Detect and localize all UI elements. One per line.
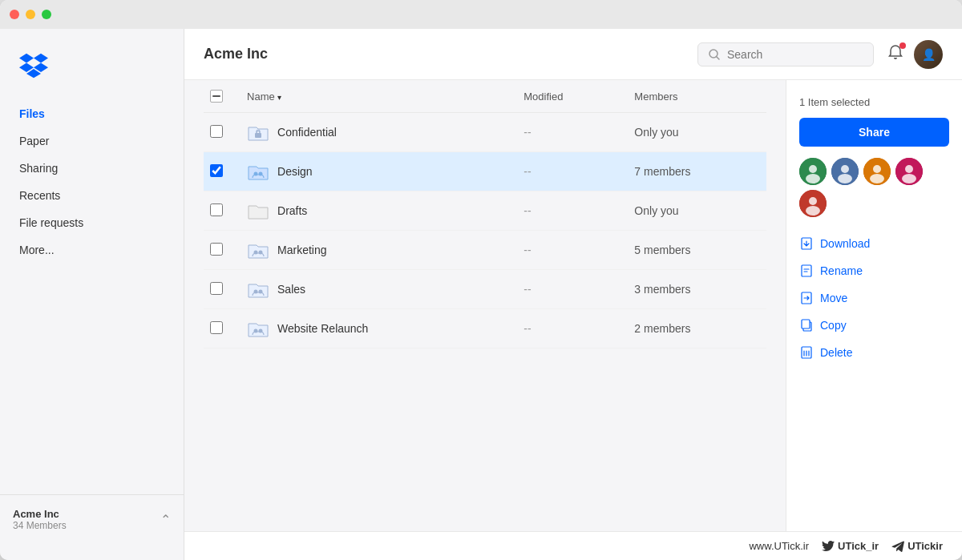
search-input[interactable]	[727, 48, 863, 61]
table-row: Sales -- 3 members	[204, 270, 766, 309]
delete-action[interactable]: Delete	[799, 342, 949, 363]
column-header-members: Members	[628, 80, 766, 113]
row-members-cell: 5 members	[628, 231, 766, 270]
delete-icon	[799, 345, 814, 360]
file-name-sales: Sales	[277, 283, 305, 296]
content-area: Acme Inc	[184, 29, 962, 560]
file-name-website-relaunch: Website Relaunch	[277, 322, 368, 335]
download-icon	[799, 236, 814, 251]
file-list-container: Name ▾ Modified Members	[184, 80, 786, 531]
page-title: Acme Inc	[204, 46, 685, 62]
row-name-cell: Confidential	[240, 113, 517, 152]
sidebar-item-files[interactable]: Files	[6, 101, 177, 127]
member-avatar-1[interactable]	[799, 158, 827, 185]
close-button[interactable]	[10, 10, 19, 19]
table-body: Confidential -- Only you	[204, 113, 766, 348]
folder-team-design-icon	[247, 160, 269, 183]
sidebar-item-more[interactable]: More...	[6, 237, 177, 263]
search-icon	[708, 48, 721, 61]
file-name-confidential: Confidential	[277, 126, 337, 139]
row-name-cell: Marketing	[240, 231, 517, 270]
minimize-button[interactable]	[26, 10, 35, 19]
row-checkbox-cell	[204, 152, 240, 191]
table-header: Name ▾ Modified Members	[204, 80, 766, 113]
row-checkbox-website-relaunch[interactable]	[210, 321, 223, 334]
file-name-design: Design	[277, 165, 313, 178]
row-checkbox-cell	[204, 270, 240, 309]
sidebar-item-sharing[interactable]: Sharing	[6, 155, 177, 181]
main-content: Files Paper Sharing Recents File request…	[0, 29, 962, 560]
row-checkbox-marketing[interactable]	[210, 243, 223, 256]
delete-label: Delete	[820, 346, 852, 359]
notification-badge	[899, 42, 906, 49]
move-icon	[799, 291, 814, 305]
row-members-cell: 3 members	[628, 270, 766, 309]
file-table: Name ▾ Modified Members	[204, 80, 766, 348]
row-checkbox-cell	[204, 113, 240, 152]
svg-point-26	[806, 206, 820, 216]
sidebar-item-file-requests[interactable]: File requests	[6, 210, 177, 236]
rename-action[interactable]: Rename	[799, 260, 949, 281]
move-action[interactable]: Move	[799, 288, 949, 308]
table-row: Marketing -- 5 members	[204, 231, 766, 270]
twitter-icon	[822, 541, 835, 552]
svg-point-25	[809, 197, 817, 205]
row-members-cell: Only you	[628, 113, 766, 152]
row-name-cell: Drafts	[240, 191, 517, 231]
action-list: Download Rename	[799, 233, 949, 363]
row-checkbox-design[interactable]	[210, 164, 223, 177]
table-row: Confidential -- Only you	[204, 113, 766, 152]
member-avatar-5[interactable]	[799, 190, 827, 217]
app-window: Files Paper Sharing Recents File request…	[0, 0, 962, 560]
folder-team-sales-icon	[247, 278, 269, 300]
maximize-button[interactable]	[42, 10, 51, 19]
svg-point-19	[873, 165, 881, 173]
row-checkbox-confidential[interactable]	[210, 125, 223, 138]
folder-team-website-icon	[247, 317, 269, 340]
header-checkbox-cell	[204, 80, 240, 113]
workspace-expand-icon[interactable]: ⌃	[160, 512, 171, 527]
telegram-handle: UTickir	[891, 540, 943, 552]
workspace-members: 34 Members	[13, 520, 67, 531]
row-name-cell: Website Relaunch	[240, 309, 517, 348]
titlebar	[0, 0, 962, 29]
notifications-button[interactable]	[887, 44, 904, 65]
workspace-name: Acme Inc	[13, 508, 67, 520]
member-avatar-3[interactable]	[863, 158, 891, 185]
svg-point-14	[806, 174, 820, 183]
website-text: www.UTick.ir	[749, 540, 809, 552]
table-row: Design -- 7 members	[204, 152, 766, 191]
member-avatar-2[interactable]	[831, 158, 859, 185]
member-avatar-4[interactable]	[895, 158, 923, 185]
row-checkbox-drafts[interactable]	[210, 203, 223, 216]
search-container	[697, 42, 874, 66]
watermark: www.UTick.ir UTick_ir UTickir	[749, 540, 943, 552]
sidebar-item-paper[interactable]: Paper	[6, 128, 177, 154]
sort-arrow-icon: ▾	[277, 93, 281, 102]
sidebar-footer: Acme Inc 34 Members ⌃	[0, 494, 184, 544]
column-header-name[interactable]: Name ▾	[240, 80, 517, 113]
copy-label: Copy	[820, 319, 847, 332]
user-avatar[interactable]: 👤	[914, 40, 943, 69]
download-action[interactable]: Download	[799, 233, 949, 254]
rename-icon	[799, 264, 814, 278]
row-checkbox-cell	[204, 231, 240, 270]
copy-action[interactable]: Copy	[799, 315, 949, 336]
header-actions: 👤	[887, 40, 943, 69]
row-checkbox-sales[interactable]	[210, 282, 223, 295]
table-row: Drafts -- Only you	[204, 191, 766, 231]
file-name-marketing: Marketing	[277, 244, 326, 256]
sidebar: Files Paper Sharing Recents File request…	[0, 29, 184, 560]
column-header-modified: Modified	[517, 80, 628, 113]
twitter-handle: UTick_ir	[822, 540, 879, 552]
sidebar-item-recents[interactable]: Recents	[6, 183, 177, 208]
row-members-cell: 7 members	[628, 152, 766, 191]
logo-container	[0, 45, 184, 101]
svg-point-17	[838, 174, 852, 183]
folder-team-marketing-icon	[247, 239, 269, 261]
move-label: Move	[820, 292, 847, 304]
select-all-checkbox[interactable]	[210, 90, 223, 103]
share-button[interactable]: Share	[799, 118, 949, 147]
svg-rect-31	[802, 320, 810, 328]
svg-point-13	[809, 165, 817, 173]
